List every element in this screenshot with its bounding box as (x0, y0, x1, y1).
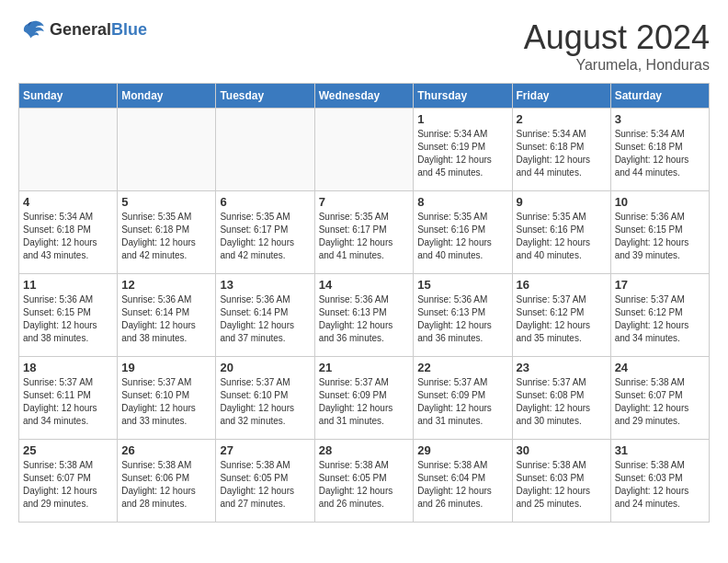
day-info: Sunrise: 5:36 AMSunset: 6:14 PMDaylight:… (220, 293, 310, 345)
logo-general-text: General (50, 20, 111, 39)
day-info: Sunrise: 5:38 AMSunset: 6:05 PMDaylight:… (220, 459, 310, 511)
weekday-header-thursday: Thursday (414, 84, 512, 109)
calendar-week-row: 18Sunrise: 5:37 AMSunset: 6:11 PMDayligh… (19, 357, 710, 440)
calendar-day-8: 8Sunrise: 5:35 AMSunset: 6:16 PMDaylight… (414, 191, 512, 274)
day-info: Sunrise: 5:38 AMSunset: 6:03 PMDaylight:… (517, 459, 607, 511)
day-number: 26 (121, 443, 211, 457)
calendar-day-29: 29Sunrise: 5:38 AMSunset: 6:04 PMDayligh… (414, 440, 512, 523)
day-info: Sunrise: 5:37 AMSunset: 6:08 PMDaylight:… (517, 376, 607, 428)
day-info: Sunrise: 5:34 AMSunset: 6:18 PMDaylight:… (517, 128, 607, 179)
day-info: Sunrise: 5:35 AMSunset: 6:16 PMDaylight:… (417, 211, 507, 262)
day-number: 29 (417, 443, 507, 457)
calendar-day-25: 25Sunrise: 5:38 AMSunset: 6:07 PMDayligh… (19, 440, 118, 523)
day-info: Sunrise: 5:38 AMSunset: 6:07 PMDaylight:… (615, 376, 705, 428)
calendar-empty-cell (216, 109, 314, 191)
calendar-week-row: 1Sunrise: 5:34 AMSunset: 6:19 PMDaylight… (19, 109, 710, 191)
calendar-empty-cell (314, 109, 414, 191)
day-number: 10 (615, 195, 705, 209)
day-info: Sunrise: 5:35 AMSunset: 6:16 PMDaylight:… (517, 211, 607, 262)
day-number: 14 (319, 278, 410, 292)
day-number: 6 (220, 195, 310, 209)
day-info: Sunrise: 5:36 AMSunset: 6:13 PMDaylight:… (319, 293, 410, 345)
day-number: 21 (319, 361, 410, 374)
location-subtitle: Yarumela, Honduras (524, 57, 710, 74)
day-info: Sunrise: 5:37 AMSunset: 6:09 PMDaylight:… (417, 376, 507, 428)
day-info: Sunrise: 5:37 AMSunset: 6:12 PMDaylight:… (615, 293, 705, 345)
day-info: Sunrise: 5:36 AMSunset: 6:15 PMDaylight:… (23, 293, 113, 345)
calendar-day-17: 17Sunrise: 5:37 AMSunset: 6:12 PMDayligh… (610, 274, 709, 357)
day-number: 28 (319, 443, 410, 457)
day-number: 5 (121, 195, 211, 209)
day-info: Sunrise: 5:35 AMSunset: 6:18 PMDaylight:… (121, 211, 211, 262)
day-info: Sunrise: 5:38 AMSunset: 6:03 PMDaylight:… (615, 459, 705, 511)
day-number: 22 (417, 361, 507, 374)
calendar-week-row: 4Sunrise: 5:34 AMSunset: 6:18 PMDaylight… (19, 191, 710, 274)
calendar-day-14: 14Sunrise: 5:36 AMSunset: 6:13 PMDayligh… (314, 274, 414, 357)
logo-bird-icon (18, 18, 46, 41)
calendar-day-20: 20Sunrise: 5:37 AMSunset: 6:10 PMDayligh… (216, 357, 314, 440)
calendar-day-23: 23Sunrise: 5:37 AMSunset: 6:08 PMDayligh… (512, 357, 610, 440)
day-number: 13 (220, 278, 310, 292)
day-number: 16 (517, 278, 607, 292)
calendar-week-row: 11Sunrise: 5:36 AMSunset: 6:15 PMDayligh… (19, 274, 710, 357)
day-number: 31 (615, 443, 705, 457)
logo-blue-text: Blue (111, 20, 147, 39)
calendar-empty-cell (19, 109, 118, 191)
calendar-day-4: 4Sunrise: 5:34 AMSunset: 6:18 PMDaylight… (19, 191, 118, 274)
calendar-day-27: 27Sunrise: 5:38 AMSunset: 6:05 PMDayligh… (216, 440, 314, 523)
day-number: 11 (23, 278, 113, 292)
day-number: 8 (417, 195, 507, 209)
calendar-day-26: 26Sunrise: 5:38 AMSunset: 6:06 PMDayligh… (118, 440, 216, 523)
calendar-day-12: 12Sunrise: 5:36 AMSunset: 6:14 PMDayligh… (118, 274, 216, 357)
day-info: Sunrise: 5:36 AMSunset: 6:13 PMDaylight:… (417, 293, 507, 345)
day-info: Sunrise: 5:35 AMSunset: 6:17 PMDaylight:… (319, 211, 410, 262)
day-number: 25 (23, 443, 113, 457)
calendar-day-11: 11Sunrise: 5:36 AMSunset: 6:15 PMDayligh… (19, 274, 118, 357)
day-info: Sunrise: 5:34 AMSunset: 6:19 PMDaylight:… (417, 128, 507, 179)
day-info: Sunrise: 5:37 AMSunset: 6:11 PMDaylight:… (23, 376, 113, 428)
day-info: Sunrise: 5:34 AMSunset: 6:18 PMDaylight:… (615, 128, 705, 179)
calendar-day-6: 6Sunrise: 5:35 AMSunset: 6:17 PMDaylight… (216, 191, 314, 274)
calendar-day-7: 7Sunrise: 5:35 AMSunset: 6:17 PMDaylight… (314, 191, 414, 274)
weekday-header-sunday: Sunday (19, 84, 118, 109)
calendar-week-row: 25Sunrise: 5:38 AMSunset: 6:07 PMDayligh… (19, 440, 710, 523)
calendar-day-3: 3Sunrise: 5:34 AMSunset: 6:18 PMDaylight… (610, 109, 709, 191)
calendar-day-2: 2Sunrise: 5:34 AMSunset: 6:18 PMDaylight… (512, 109, 610, 191)
calendar-day-24: 24Sunrise: 5:38 AMSunset: 6:07 PMDayligh… (610, 357, 709, 440)
calendar-day-28: 28Sunrise: 5:38 AMSunset: 6:05 PMDayligh… (314, 440, 414, 523)
calendar-day-21: 21Sunrise: 5:37 AMSunset: 6:09 PMDayligh… (314, 357, 414, 440)
calendar-table: SundayMondayTuesdayWednesdayThursdayFrid… (18, 83, 710, 523)
day-info: Sunrise: 5:38 AMSunset: 6:04 PMDaylight:… (417, 459, 507, 511)
day-number: 17 (615, 278, 705, 292)
calendar-day-19: 19Sunrise: 5:37 AMSunset: 6:10 PMDayligh… (118, 357, 216, 440)
day-info: Sunrise: 5:38 AMSunset: 6:05 PMDaylight:… (319, 459, 410, 511)
weekday-header-saturday: Saturday (610, 84, 709, 109)
day-info: Sunrise: 5:37 AMSunset: 6:10 PMDaylight:… (220, 376, 310, 428)
weekday-header-monday: Monday (118, 84, 216, 109)
day-number: 19 (121, 361, 211, 374)
calendar-day-13: 13Sunrise: 5:36 AMSunset: 6:14 PMDayligh… (216, 274, 314, 357)
month-year-title: August 2024 (524, 18, 710, 57)
day-number: 1 (417, 112, 507, 126)
day-number: 24 (615, 361, 705, 374)
day-number: 18 (23, 361, 113, 374)
calendar-empty-cell (118, 109, 216, 191)
weekday-header-friday: Friday (512, 84, 610, 109)
page-header: GeneralBlue August 2024 Yarumela, Hondur… (18, 18, 710, 74)
day-info: Sunrise: 5:37 AMSunset: 6:12 PMDaylight:… (517, 293, 607, 345)
day-info: Sunrise: 5:37 AMSunset: 6:10 PMDaylight:… (121, 376, 211, 428)
day-number: 27 (220, 443, 310, 457)
day-number: 15 (417, 278, 507, 292)
day-number: 3 (615, 112, 705, 126)
day-number: 9 (517, 195, 607, 209)
day-number: 4 (23, 195, 113, 209)
weekday-header-tuesday: Tuesday (216, 84, 314, 109)
logo: GeneralBlue (18, 18, 147, 41)
calendar-day-31: 31Sunrise: 5:38 AMSunset: 6:03 PMDayligh… (610, 440, 709, 523)
day-number: 23 (517, 361, 607, 374)
calendar-day-22: 22Sunrise: 5:37 AMSunset: 6:09 PMDayligh… (414, 357, 512, 440)
day-info: Sunrise: 5:36 AMSunset: 6:15 PMDaylight:… (615, 211, 705, 262)
calendar-day-30: 30Sunrise: 5:38 AMSunset: 6:03 PMDayligh… (512, 440, 610, 523)
calendar-day-9: 9Sunrise: 5:35 AMSunset: 6:16 PMDaylight… (512, 191, 610, 274)
day-number: 12 (121, 278, 211, 292)
